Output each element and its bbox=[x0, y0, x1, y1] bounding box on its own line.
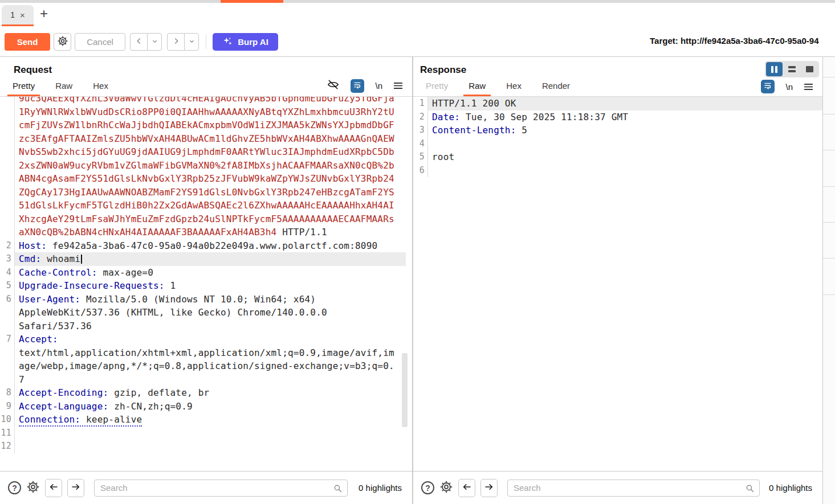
back-button[interactable] bbox=[130, 33, 148, 51]
code-line[interactable]: 5Upgrade-Insecure-Requests: 1 bbox=[0, 279, 406, 293]
code-line[interactable]: ZQgCAy173HgIAAUwAAWNOABZMamF2YS91dGlsL0N… bbox=[0, 186, 406, 199]
code-line[interactable]: 6 bbox=[413, 164, 822, 178]
next-match-button[interactable] bbox=[480, 479, 498, 497]
burp-repeater-window: 1 × + Send Cancel bbox=[0, 0, 835, 504]
columns-layout-button[interactable] bbox=[766, 62, 783, 76]
request-tab-hex[interactable]: Hex bbox=[88, 77, 113, 96]
single-layout-button[interactable] bbox=[801, 62, 818, 76]
code-line[interactable]: 9uc3QAEExqYXZhL3V0aWwvTGlzdDt4cHEAIgAUch… bbox=[0, 97, 406, 105]
search-settings-button[interactable] bbox=[439, 480, 453, 496]
request-editor[interactable]: 9uc3QAEExqYXZhL3V0aWwvTGlzdDt4cHEAIgAUch… bbox=[0, 97, 406, 457]
response-editor[interactable]: 1HTTP/1.1 200 OK2Date: Tue, 30 Sep 2025 … bbox=[413, 97, 822, 457]
menu-icon[interactable] bbox=[393, 81, 403, 90]
code-line[interactable]: 4 bbox=[413, 137, 822, 151]
code-line[interactable]: AppleWebKit/537.36 (KHTML, like Gecko) C… bbox=[0, 306, 406, 319]
search-input[interactable] bbox=[507, 480, 760, 497]
request-tab-raw[interactable]: Raw bbox=[50, 77, 78, 96]
previous-match-button[interactable] bbox=[45, 479, 62, 497]
code-line[interactable]: NvbS5wb2xhci5jdGYuUG9jdAAIUG9jLmphdmF0AA… bbox=[0, 145, 406, 159]
line-number: 7 bbox=[0, 333, 15, 346]
layout-toggle-group bbox=[765, 61, 819, 77]
add-tab-button[interactable]: + bbox=[40, 6, 48, 22]
response-tab-raw[interactable]: Raw bbox=[463, 77, 491, 96]
back-navigation-group bbox=[130, 33, 162, 51]
arrow-left-icon bbox=[462, 482, 472, 494]
newline-icon[interactable]: \n bbox=[375, 81, 382, 91]
burp-ai-button[interactable]: Burp AI bbox=[213, 33, 278, 51]
code-line[interactable]: 5root bbox=[413, 150, 822, 164]
request-tab-pretty[interactable]: Pretty bbox=[7, 77, 40, 96]
code-line[interactable]: 2Host: fe942a5a-3ba6-47c0-95a0-94a0b22e0… bbox=[0, 239, 406, 253]
response-tab-render[interactable]: Render bbox=[537, 77, 575, 96]
line-number bbox=[0, 186, 15, 199]
code-line[interactable]: 6User-Agent: Mozilla/5.0 (Windows NT 10.… bbox=[0, 293, 406, 306]
code-line[interactable]: 1HTTP/1.1 200 OK bbox=[413, 97, 822, 110]
text-cursor bbox=[81, 255, 82, 264]
line-number: 6 bbox=[0, 293, 15, 306]
code-line[interactable]: age/webp,image/apng,*/*;q=0.8,applicatio… bbox=[0, 359, 406, 373]
single-layout-icon bbox=[806, 66, 813, 72]
word-wrap-toggle[interactable] bbox=[351, 79, 364, 93]
code-line[interactable]: 1RyYWNlRWxlbWVudDsCRio8PP0i0QIAAHhwAAAAA… bbox=[0, 105, 406, 119]
close-icon[interactable]: × bbox=[20, 11, 25, 19]
code-line[interactable]: 2xsZWN0aW9ucyRVbm1vZGlmaWFibGVMaXN0%2fA8… bbox=[0, 159, 406, 173]
request-panel-title: Request bbox=[0, 57, 412, 76]
highlights-count: 0 highlights bbox=[359, 483, 402, 493]
code-line[interactable]: 4Cache-Control: max-age=0 bbox=[0, 266, 406, 280]
message-editor-area: Request PrettyRawHex bbox=[0, 57, 835, 504]
inspector-collapsed-rail[interactable] bbox=[822, 57, 835, 504]
code-line[interactable]: text/html,application/xhtml+xml,applicat… bbox=[0, 346, 406, 360]
word-wrap-toggle[interactable] bbox=[761, 80, 775, 93]
code-line[interactable]: aXN0cQB%2bABN4cHNxAH4AIAAAAAF3BAAAAAFxAH… bbox=[0, 226, 406, 239]
code-line[interactable]: XhzcgAeY29tLmFsaWJhYmEuZmFzdGpzb24uSlNPT… bbox=[0, 212, 406, 226]
menu-icon[interactable] bbox=[804, 83, 813, 91]
rows-layout-button[interactable] bbox=[784, 62, 800, 76]
sparkles-icon bbox=[222, 36, 233, 48]
code-line[interactable]: 11 bbox=[0, 427, 406, 440]
back-history-dropdown[interactable] bbox=[147, 33, 162, 51]
request-panel: Request PrettyRawHex bbox=[0, 57, 412, 504]
send-settings-button[interactable] bbox=[54, 33, 71, 51]
code-line[interactable]: 3Content-Length: 5 bbox=[413, 124, 822, 137]
code-line[interactable]: 2Date: Tue, 30 Sep 2025 11:18:37 GMT bbox=[413, 110, 822, 124]
send-button[interactable]: Send bbox=[5, 33, 50, 51]
code-line[interactable]: 7 bbox=[0, 373, 406, 387]
previous-match-button[interactable] bbox=[458, 479, 475, 497]
code-line[interactable]: Safari/537.36 bbox=[0, 319, 406, 333]
code-line[interactable]: 51dGlsLkFycmF5TGlzdHiB0h2Zx2GdAwABSQAEc2… bbox=[0, 199, 406, 212]
code-line[interactable]: zc3EAfgAFTAAIZmlsZU5hbWVxAH4ABUwACm1ldGh… bbox=[0, 132, 406, 146]
cancel-button[interactable]: Cancel bbox=[75, 33, 125, 51]
line-number: 9 bbox=[0, 400, 15, 413]
search-settings-button[interactable] bbox=[26, 480, 40, 496]
code-line[interactable]: 12 bbox=[0, 440, 406, 453]
line-number: 3 bbox=[413, 124, 428, 137]
response-view-tabs: PrettyRawHexRender \n bbox=[413, 76, 822, 97]
code-line[interactable]: 10Connection: keep-alive bbox=[0, 413, 406, 427]
columns-layout-icon bbox=[771, 66, 773, 73]
search-input[interactable] bbox=[94, 480, 348, 497]
code-line[interactable]: 7Accept: bbox=[0, 333, 406, 346]
repeater-item-tab[interactable]: 1 × bbox=[2, 5, 34, 24]
forward-button[interactable] bbox=[167, 33, 185, 51]
line-number bbox=[0, 212, 15, 226]
help-icon[interactable]: ? bbox=[8, 481, 21, 494]
rail-divider bbox=[823, 186, 835, 187]
code-line[interactable]: cmFjZUVsZW1lbnRhCcWaJjbdhQIABEkACmxpbmVO… bbox=[0, 118, 406, 132]
line-number: 10 bbox=[0, 413, 15, 427]
line-number: 6 bbox=[413, 164, 428, 178]
help-icon[interactable]: ? bbox=[421, 481, 434, 494]
next-match-button[interactable] bbox=[67, 479, 84, 497]
newline-icon[interactable]: \n bbox=[785, 82, 793, 92]
gear-icon bbox=[26, 480, 40, 496]
response-tab-pretty: Pretty bbox=[421, 77, 453, 96]
forward-history-dropdown[interactable] bbox=[184, 33, 199, 51]
hide-nonprintable-button[interactable] bbox=[327, 78, 340, 93]
code-line[interactable]: 8Accept-Encoding: gzip, deflate, br bbox=[0, 386, 406, 400]
rail-divider bbox=[823, 222, 835, 223]
code-line[interactable]: ABN4cgAsamF2YS51dGlsLkNvbGxlY3Rpb25zJFVu… bbox=[0, 172, 406, 186]
response-tab-hex[interactable]: Hex bbox=[501, 77, 527, 96]
code-line[interactable]: 3Cmd: whoami bbox=[0, 252, 406, 266]
gear-icon bbox=[57, 35, 68, 48]
code-line[interactable]: 9Accept-Language: zh-CN,zh;q=0.9 bbox=[0, 400, 406, 413]
request-scrollbar[interactable] bbox=[402, 353, 408, 427]
